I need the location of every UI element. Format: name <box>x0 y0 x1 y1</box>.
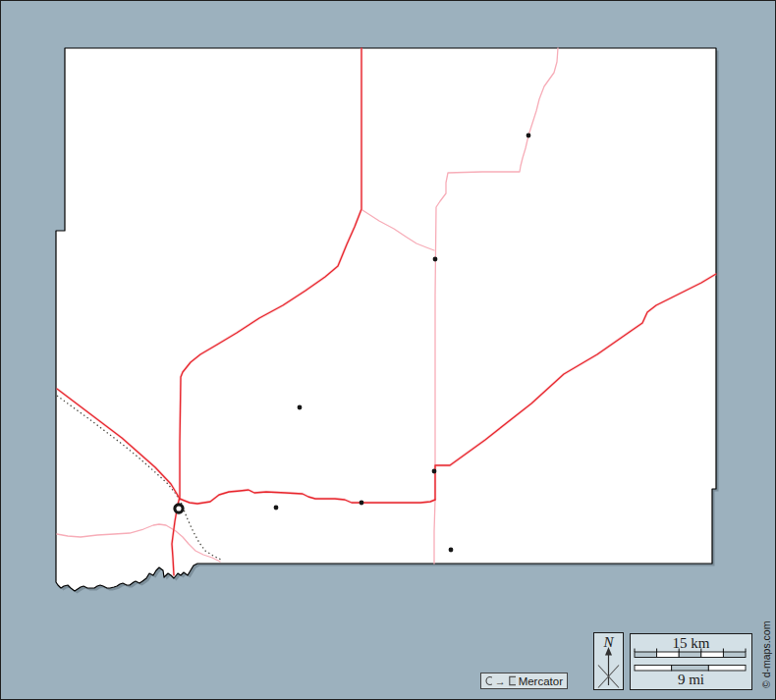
north-arrow-icon <box>594 633 623 689</box>
map-boundary <box>56 48 719 594</box>
arrow-right-icon: → <box>495 676 506 686</box>
square-icon <box>509 675 516 686</box>
projection-box: → Mercator <box>480 673 568 689</box>
circle-icon <box>485 675 492 686</box>
projection-label: Mercator <box>519 675 563 687</box>
scale-bar-box: 15 km 9 mi <box>630 633 752 690</box>
map-svg <box>1 1 776 700</box>
map-page: N 15 km 9 mi → Mercator © d-maps.com <box>0 0 776 700</box>
scale-mi-label: 9 mi <box>631 672 751 687</box>
main-town-ring <box>175 505 183 512</box>
north-arrow-box: N <box>593 632 624 690</box>
copyright-credit: © d-maps.com <box>760 605 772 688</box>
